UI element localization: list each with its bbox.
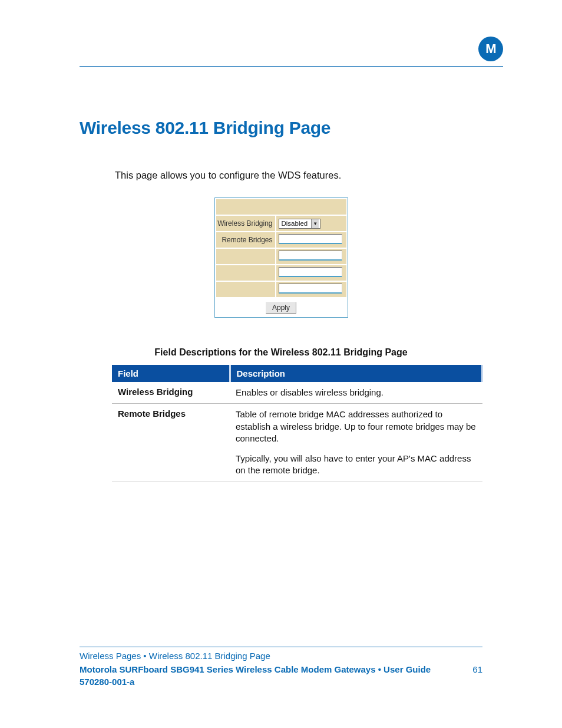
table-row: Wireless Bridging Enables or disables wi… bbox=[112, 382, 482, 404]
apply-button[interactable]: Apply bbox=[266, 302, 296, 314]
table-row bbox=[216, 265, 346, 281]
chevron-down-icon: ▼ bbox=[311, 219, 319, 228]
field-descriptions-heading: Field Descriptions for the Wireless 802.… bbox=[80, 347, 482, 358]
footer-line-2: Motorola SURFboard SBG941 Series Wireles… bbox=[80, 664, 482, 674]
page-footer: Wireless Pages • Wireless 802.11 Bridgin… bbox=[80, 647, 482, 687]
config-screenshot: Wireless Bridging Disabled ▼ Remote Brid… bbox=[80, 197, 482, 318]
remote-bridge-cell-2 bbox=[276, 249, 346, 264]
config-table: Wireless Bridging Disabled ▼ Remote Brid… bbox=[214, 197, 348, 318]
config-header-bar bbox=[216, 199, 346, 215]
intro-text: This page allows you to configure the WD… bbox=[115, 170, 482, 181]
remote-bridge-cell-1 bbox=[276, 232, 346, 248]
brand-logo: M bbox=[478, 37, 503, 61]
wireless-bridging-select[interactable]: Disabled ▼ bbox=[279, 219, 321, 229]
remote-bridge-input-1[interactable] bbox=[279, 234, 342, 244]
table-row: Apply bbox=[216, 298, 346, 316]
motorola-logo-icon: M bbox=[478, 37, 503, 61]
field-descriptions-table: Field Description Wireless Bridging Enab… bbox=[112, 365, 483, 482]
document-page: M Wireless 802.11 Bridging Page This pag… bbox=[0, 0, 562, 728]
footer-divider bbox=[80, 647, 482, 647]
remote-bridges-label: Remote Bridges bbox=[216, 232, 275, 248]
table-row bbox=[216, 249, 346, 264]
col-description: Description bbox=[230, 365, 482, 382]
col-field: Field bbox=[112, 365, 230, 382]
table-header-row: Field Description bbox=[112, 365, 482, 382]
remote-bridge-cell-4 bbox=[276, 282, 346, 297]
field-name: Wireless Bridging bbox=[112, 382, 230, 404]
remote-bridge-empty-label-2 bbox=[216, 249, 275, 264]
remote-bridge-input-4[interactable] bbox=[279, 284, 342, 294]
table-row bbox=[216, 282, 346, 297]
remote-bridge-input-3[interactable] bbox=[279, 267, 342, 277]
table-row: Remote Bridges bbox=[216, 232, 346, 248]
breadcrumb: Wireless Pages • Wireless 802.11 Bridgin… bbox=[80, 651, 482, 661]
remote-bridge-empty-label-3 bbox=[216, 265, 275, 281]
document-number: 570280-001-a bbox=[80, 677, 482, 687]
select-value: Disabled bbox=[282, 220, 308, 227]
header-divider bbox=[80, 66, 503, 67]
page-title: Wireless 802.11 Bridging Page bbox=[80, 118, 482, 138]
desc-para: Enables or disables wireless bridging. bbox=[236, 387, 477, 398]
field-desc: Table of remote bridge MAC addresses aut… bbox=[230, 404, 482, 482]
page-number: 61 bbox=[472, 664, 482, 674]
wireless-bridging-label: Wireless Bridging bbox=[216, 216, 275, 231]
wireless-bridging-cell: Disabled ▼ bbox=[276, 216, 346, 231]
table-row: Remote Bridges Table of remote bridge MA… bbox=[112, 404, 482, 482]
field-desc: Enables or disables wireless bridging. bbox=[230, 382, 482, 404]
remote-bridge-input-2[interactable] bbox=[279, 251, 342, 261]
logo-letter: M bbox=[485, 41, 495, 57]
remote-bridge-cell-3 bbox=[276, 265, 346, 281]
desc-para: Table of remote bridge MAC addresses aut… bbox=[236, 409, 477, 444]
apply-cell: Apply bbox=[216, 298, 346, 316]
field-name: Remote Bridges bbox=[112, 404, 230, 482]
publication-title: Motorola SURFboard SBG941 Series Wireles… bbox=[80, 664, 431, 674]
table-row: Wireless Bridging Disabled ▼ bbox=[216, 216, 346, 231]
remote-bridge-empty-label-4 bbox=[216, 282, 275, 297]
desc-para: Typically, you will also have to enter y… bbox=[236, 453, 477, 477]
